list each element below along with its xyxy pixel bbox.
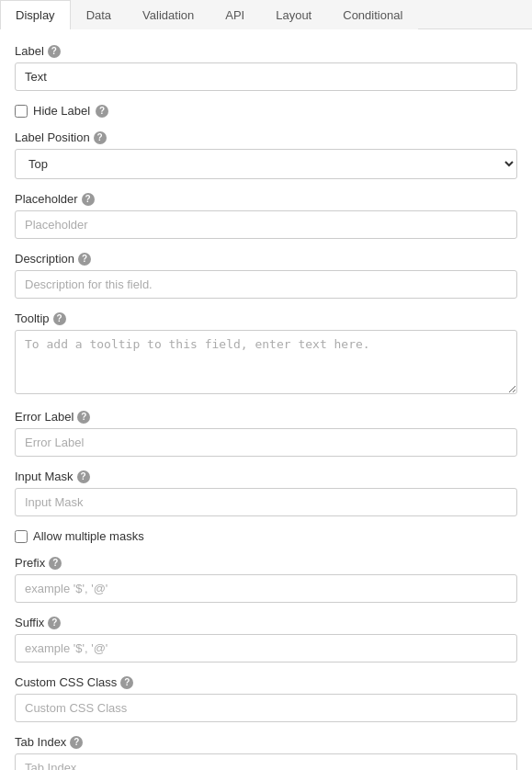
prefix-field-group: Prefix ? (15, 556, 517, 603)
input-mask-field-group: Input Mask ? (15, 470, 517, 516)
suffix-label: Suffix ? (15, 616, 517, 629)
prefix-help-icon[interactable]: ? (49, 557, 62, 570)
description-input[interactable] (15, 270, 517, 299)
description-label: Description ? (15, 252, 517, 266)
hide-label-help-icon[interactable]: ? (96, 105, 108, 118)
description-field-group: Description ? (15, 252, 517, 299)
tooltip-textarea[interactable] (15, 330, 517, 394)
custom-css-class-label: Custom CSS Class ? (15, 675, 517, 689)
label-help-icon[interactable]: ? (48, 45, 61, 58)
custom-css-class-field-group: Custom CSS Class ? (15, 675, 517, 722)
tab-index-label: Tab Index ? (15, 735, 517, 749)
placeholder-label-text: Placeholder (15, 192, 78, 206)
suffix-help-icon[interactable]: ? (48, 617, 61, 629)
input-mask-label-text: Input Mask (15, 470, 74, 483)
tooltip-label: Tooltip ? (15, 311, 517, 325)
tab-api[interactable]: API (209, 0, 260, 29)
placeholder-input[interactable] (15, 210, 517, 239)
tab-index-field-group: Tab Index ? (15, 735, 517, 770)
allow-multiple-masks-row: Allow multiple masks (15, 529, 517, 543)
prefix-label-text: Prefix (15, 556, 45, 570)
label-input[interactable] (15, 62, 517, 91)
tab-index-label-text: Tab Index (15, 735, 66, 749)
error-label-label: Error Label ? (15, 410, 517, 424)
description-label-text: Description (15, 252, 74, 266)
allow-multiple-masks-checkbox[interactable] (15, 530, 28, 543)
tooltip-help-icon[interactable]: ? (53, 312, 66, 325)
input-mask-help-icon[interactable]: ? (77, 470, 90, 483)
error-label-help-icon[interactable]: ? (77, 411, 90, 424)
label-position-select[interactable]: Top Left Right Bottom (15, 149, 517, 179)
tab-index-input[interactable] (15, 753, 517, 770)
tab-bar: Display Data Validation API Layout Condi… (0, 0, 532, 29)
error-label-field-group: Error Label ? (15, 410, 517, 457)
tab-layout[interactable]: Layout (260, 0, 327, 29)
label-field-label: Label ? (15, 44, 517, 58)
label-position-field-group: Label Position ? Top Left Right Bottom (15, 130, 517, 179)
error-label-label-text: Error Label (15, 410, 74, 424)
input-mask-input[interactable] (15, 488, 517, 516)
placeholder-help-icon[interactable]: ? (82, 193, 95, 206)
allow-multiple-masks-text: Allow multiple masks (33, 529, 144, 543)
tab-validation[interactable]: Validation (127, 0, 209, 29)
label-position-label-text: Label Position (15, 130, 90, 144)
form-content: Label ? Hide Label ? Label Position ? To… (0, 29, 532, 770)
custom-css-class-help-icon[interactable]: ? (120, 676, 133, 689)
error-label-input[interactable] (15, 428, 517, 457)
label-position-help-icon[interactable]: ? (94, 131, 107, 144)
label-field-group: Label ? (15, 44, 517, 91)
tab-data[interactable]: Data (71, 0, 127, 29)
tab-conditional[interactable]: Conditional (327, 0, 418, 29)
hide-label-row: Hide Label ? (15, 104, 517, 118)
tab-display[interactable]: Display (0, 0, 71, 29)
suffix-label-text: Suffix (15, 616, 44, 629)
prefix-label: Prefix ? (15, 556, 517, 570)
tooltip-label-text: Tooltip (15, 311, 50, 325)
placeholder-label: Placeholder ? (15, 192, 517, 206)
hide-label-checkbox[interactable] (15, 105, 28, 118)
custom-css-class-input[interactable] (15, 694, 517, 722)
input-mask-label: Input Mask ? (15, 470, 517, 483)
description-help-icon[interactable]: ? (78, 253, 91, 266)
tooltip-field-group: Tooltip ? (15, 311, 517, 397)
label-field-label-text: Label (15, 44, 44, 58)
suffix-field-group: Suffix ? (15, 616, 517, 662)
tabs-container: Display Data Validation API Layout Condi… (0, 0, 532, 29)
custom-css-class-label-text: Custom CSS Class (15, 675, 117, 689)
label-position-label: Label Position ? (15, 130, 517, 144)
suffix-input[interactable] (15, 634, 517, 662)
prefix-input[interactable] (15, 574, 517, 603)
tab-index-help-icon[interactable]: ? (70, 736, 83, 749)
hide-label-text: Hide Label (33, 104, 90, 118)
placeholder-field-group: Placeholder ? (15, 192, 517, 239)
